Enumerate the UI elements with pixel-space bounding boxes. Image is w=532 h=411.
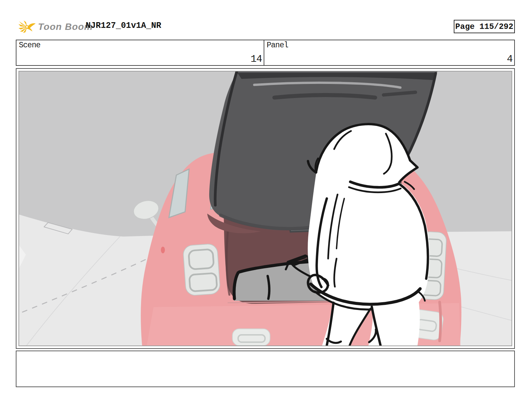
panel-label: Panel — [267, 41, 288, 50]
panel-value: 4 — [507, 53, 513, 65]
page-number-box: Page 115/292 — [454, 20, 515, 33]
storyboard-panel-frame — [16, 68, 515, 349]
document-title: NJR127_01v1A_NR — [86, 21, 161, 31]
scene-panel-table: Scene 14 Panel 4 — [16, 40, 515, 66]
scene-cell: Scene 14 — [16, 40, 264, 65]
scene-value: 14 — [251, 53, 262, 65]
toon-boom-logo-icon — [18, 18, 36, 36]
scene-label: Scene — [19, 41, 40, 50]
storyboard-artwork — [18, 71, 512, 346]
page-number-label: Page 115/292 — [455, 22, 514, 31]
brand-name: Toon Boom — [38, 21, 93, 32]
caption-box — [16, 351, 515, 387]
panel-cell: Panel 4 — [264, 40, 514, 65]
storyboard-page: Toon Boom NJR127_01v1A_NR Page 115/292 S… — [0, 0, 532, 411]
brand: Toon Boom — [18, 18, 93, 36]
